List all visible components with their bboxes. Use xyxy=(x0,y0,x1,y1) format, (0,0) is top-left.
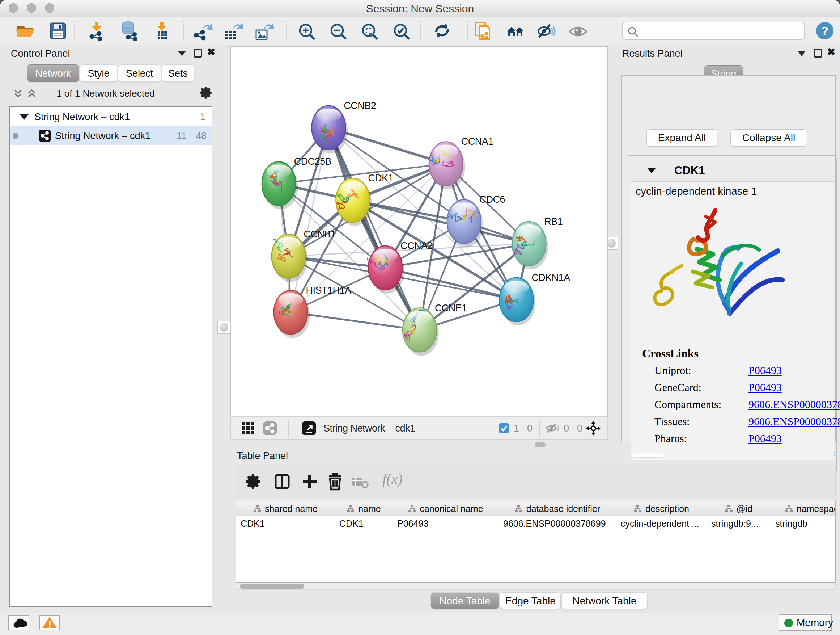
left-splitter-handle[interactable] xyxy=(218,321,231,334)
show-columns-icon[interactable] xyxy=(274,473,291,490)
section-collapse-icon[interactable] xyxy=(647,168,655,173)
table-cell[interactable]: P06493 xyxy=(393,516,499,531)
hide-graphics-details-icon[interactable] xyxy=(536,21,556,41)
graph-node-RB1[interactable]: RB1 xyxy=(512,216,562,269)
gear-icon[interactable] xyxy=(200,86,213,100)
crosslink-label: GeneCard: xyxy=(654,381,701,394)
tab-network[interactable]: Network xyxy=(27,65,79,82)
network-canvas-svg: CCNB2CCNA1CDC25BCDK1CDC6RB1CCNB1CCNA2CDK… xyxy=(231,47,607,416)
zoom-in-icon[interactable] xyxy=(297,21,317,41)
graph-edge-CDK1-RB1[interactable] xyxy=(353,200,529,244)
expand-all-icon[interactable] xyxy=(27,89,37,100)
scrollbar-thumb[interactable] xyxy=(240,584,304,589)
network-collection-row[interactable]: String Network – cdk1 1 xyxy=(10,108,212,126)
graph-node-CCNB1[interactable]: CCNB1 xyxy=(272,229,336,282)
export-image-icon[interactable] xyxy=(254,21,274,41)
expand-all-button[interactable]: Expand All xyxy=(646,129,717,147)
export-table-icon[interactable] xyxy=(223,21,243,41)
crosslink-link[interactable]: 9606.ENSP00000378699 xyxy=(748,415,840,428)
table-cell[interactable]: 9606.ENSP00000378699 xyxy=(499,516,616,531)
graph-edge-HIST1H1A-CCNE1[interactable] xyxy=(291,312,420,330)
column-header[interactable]: canonical name xyxy=(393,501,499,516)
selected-ratio: 1 - 0 xyxy=(514,417,532,440)
open-file-icon[interactable] xyxy=(15,21,35,41)
collapse-all-icon[interactable] xyxy=(13,89,23,100)
graph-node-CCNE1[interactable]: CCNE1 xyxy=(403,302,467,356)
crosslink-link[interactable]: P06493 xyxy=(748,432,782,445)
toolbar-separator xyxy=(183,21,184,40)
node-label: HIST1H1A xyxy=(306,285,351,296)
graph-edge-CCNA2-CDKN1A[interactable] xyxy=(385,268,516,300)
network-row[interactable]: String Network – cdk1 11 48 xyxy=(10,126,212,145)
import-network-from-database-icon[interactable] xyxy=(119,21,140,41)
column-header[interactable]: name xyxy=(335,501,393,516)
add-column-icon[interactable] xyxy=(302,473,318,490)
column-header[interactable]: database identifier xyxy=(499,501,616,516)
grid-view-icon[interactable] xyxy=(242,422,255,435)
memory-button[interactable]: Memory xyxy=(778,614,832,631)
export-network-icon[interactable] xyxy=(193,21,213,41)
fit-content-icon[interactable] xyxy=(360,21,380,41)
tab-select[interactable]: Select xyxy=(118,65,161,82)
graph-node-CCNA2[interactable]: CCNA2 xyxy=(368,241,433,294)
graph-node-CDKN1A[interactable]: CDKN1A xyxy=(500,272,570,325)
graph-node-CDC25B[interactable]: CDC25B xyxy=(262,156,332,209)
network-row-label: String Network – cdk1 xyxy=(55,126,150,145)
graph-node-HIST1H1A[interactable]: HIST1H1A xyxy=(274,285,351,338)
results-panel-close-icon[interactable]: ✖ xyxy=(827,48,835,57)
birds-eye-view-icon[interactable] xyxy=(586,421,600,435)
results-panel-float-icon[interactable] xyxy=(814,49,822,57)
results-panel-title: Results Panel xyxy=(622,48,683,59)
toolbar-separator xyxy=(74,21,75,40)
search-input[interactable] xyxy=(642,23,801,38)
node-count: 11 xyxy=(177,126,187,145)
show-graphics-details-icon[interactable] xyxy=(568,21,588,41)
graph-node-CCNB2[interactable]: CCNB2 xyxy=(312,100,376,154)
control-panel-close-icon[interactable]: ✖ xyxy=(207,48,215,57)
home-networks-icon[interactable] xyxy=(505,21,526,41)
graph-edge-CCNB2-CCNE1[interactable] xyxy=(328,128,420,330)
control-panel-float-icon[interactable] xyxy=(194,49,202,57)
delete-column-trash-icon[interactable] xyxy=(327,472,343,491)
delete-table-icon[interactable] xyxy=(352,477,370,489)
selected-checkbox-icon[interactable] xyxy=(499,423,509,434)
graph-node-CCNA1[interactable]: CCNA1 xyxy=(429,136,493,189)
table-cell[interactable]: CDK1 xyxy=(335,516,393,531)
table-settings-gear-icon[interactable] xyxy=(246,473,262,490)
tab-node-table[interactable]: Node Table xyxy=(431,592,499,609)
network-view-canvas[interactable]: CCNB2CCNA1CDC25BCDK1CDC6RB1CCNB1CCNA2CDK… xyxy=(231,46,608,416)
tab-edge-table[interactable]: Edge Table xyxy=(500,592,561,609)
string-results-container: Expand All Collapse All CDK1 cyclin-depe… xyxy=(622,75,836,442)
string-view-icon[interactable] xyxy=(263,421,277,435)
control-panel-menu-icon[interactable] xyxy=(178,51,186,56)
cloud-icon xyxy=(9,616,28,630)
open-external-icon[interactable] xyxy=(302,421,316,435)
network-list: String Network – cdk1 1 String Network –… xyxy=(9,106,212,607)
zoom-selected-icon[interactable] xyxy=(392,21,412,41)
gene-name: CDK1 xyxy=(674,164,705,177)
results-panel-menu-icon[interactable] xyxy=(798,51,806,56)
column-header[interactable]: shared name xyxy=(236,501,335,516)
help-icon[interactable]: ? xyxy=(816,22,834,40)
column-header-label: shared name xyxy=(265,504,317,514)
app-window: Session: New Session xyxy=(0,0,840,635)
import-table-from-file-icon[interactable] xyxy=(152,21,172,41)
tab-sets[interactable]: Sets xyxy=(162,65,194,82)
warnings-button[interactable] xyxy=(39,615,60,630)
tab-style[interactable]: Style xyxy=(80,65,117,82)
graph-node-CDC6[interactable]: CDC6 xyxy=(447,194,505,247)
zoom-out-icon[interactable] xyxy=(328,21,348,41)
collapse-all-button[interactable]: Collapse All xyxy=(730,129,807,147)
crosslink-link[interactable]: P06493 xyxy=(748,381,782,394)
crosslink-link[interactable]: P06493 xyxy=(748,364,782,377)
column-header-label: database identifier xyxy=(526,504,600,514)
function-builder-icon[interactable]: f(x) xyxy=(382,470,403,487)
copy-documents-icon[interactable] xyxy=(473,21,493,41)
cloud-button[interactable] xyxy=(8,615,29,630)
tree-expand-icon[interactable] xyxy=(20,114,28,120)
import-network-from-file-icon[interactable] xyxy=(87,21,107,41)
apply-layout-icon[interactable] xyxy=(432,21,452,41)
table-cell[interactable]: CDK1 xyxy=(236,516,335,531)
save-session-icon[interactable] xyxy=(48,21,68,41)
crosslink-link[interactable]: 9606.ENSP00000378699 xyxy=(748,398,840,410)
